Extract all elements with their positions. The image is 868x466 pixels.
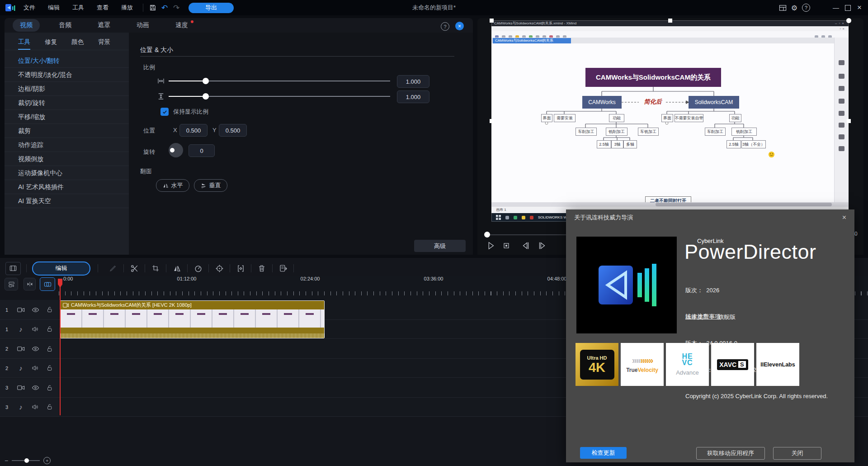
check-update-button[interactable]: 检查更新 [580, 447, 627, 459]
keyframe-icon[interactable] [233, 262, 248, 275]
flip-horizontal-button[interactable]: 水平 [156, 179, 189, 192]
selection-handle-top-left[interactable] [490, 19, 494, 23]
selection-handle-left[interactable] [490, 119, 494, 123]
keep-ratio-checkbox[interactable] [160, 108, 169, 116]
help-icon[interactable]: ? [800, 2, 812, 14]
track-mute-icon[interactable] [28, 365, 42, 371]
track-mute-icon[interactable] [28, 404, 42, 410]
tab-audio[interactable]: 音频 [52, 19, 79, 32]
undo-icon[interactable]: ↶ [159, 2, 170, 14]
track-visibility-icon[interactable] [28, 307, 42, 313]
tab-mask[interactable]: 遮罩 [90, 19, 118, 32]
split-scissors-icon[interactable] [127, 262, 142, 275]
selection-handle-top-right[interactable] [846, 18, 851, 23]
rotate-value-input[interactable]: 0 [189, 144, 215, 157]
track-lock-icon[interactable] [42, 365, 57, 371]
edit-mode-button[interactable]: 编辑 [32, 262, 90, 276]
menu-play[interactable]: 播放 [115, 4, 139, 12]
rotate-knob[interactable] [169, 143, 183, 157]
redo-icon[interactable]: ↷ [170, 2, 182, 14]
track-manager-button[interactable] [5, 278, 18, 290]
track-lock-icon[interactable] [42, 306, 57, 313]
save-icon[interactable] [147, 2, 159, 14]
panel-help-icon[interactable]: ? [441, 22, 449, 31]
width-scale-slider[interactable] [169, 81, 390, 81]
subtab-color[interactable]: 颜色 [71, 38, 84, 50]
preview-video[interactable]: CAMWorks与SolidworksCAM的关系.xmind - XMind … [491, 20, 849, 222]
close-dialog-button[interactable]: 关闭 [773, 447, 821, 460]
previous-frame-button[interactable] [521, 241, 531, 251]
audio-track-icon[interactable]: ♪ [14, 325, 28, 333]
audio-track-icon[interactable]: ♪ [14, 403, 28, 411]
settings-gear-icon[interactable]: ⚙ [788, 2, 800, 14]
sidebar-item-pan-zoom[interactable]: 平移/缩放 [5, 110, 129, 124]
motion-track-icon[interactable] [212, 262, 227, 275]
track-lock-icon[interactable] [42, 346, 57, 352]
height-scale-value[interactable]: 1.000 [397, 90, 429, 103]
track-visibility-icon[interactable] [28, 346, 42, 352]
overlap-mode-button[interactable] [40, 277, 55, 291]
video-track-icon[interactable] [14, 346, 28, 352]
selection-handle-right[interactable] [847, 119, 851, 123]
subtab-fix[interactable]: 修复 [45, 38, 57, 50]
selection-handle-top-center[interactable] [668, 19, 672, 23]
audio-track-icon[interactable]: ♪ [14, 364, 28, 372]
speed-gauge-icon[interactable] [190, 262, 206, 275]
zoom-in-icon[interactable]: + [43, 457, 51, 464]
play-button[interactable] [486, 241, 495, 251]
menu-edit[interactable]: 编辑 [42, 4, 66, 12]
sidebar-item-ai-sky[interactable]: AI 置换天空 [5, 194, 129, 208]
tab-video[interactable]: 视频 [13, 19, 40, 32]
menu-view[interactable]: 查看 [90, 4, 115, 12]
track-lock-icon[interactable] [42, 385, 57, 391]
width-scale-value[interactable]: 1.000 [397, 75, 429, 88]
get-mobile-app-button[interactable]: 获取移动应用程序 [696, 447, 765, 460]
subtab-tools[interactable]: 工具 [18, 38, 30, 50]
x-value-input[interactable]: 0.500 [179, 124, 208, 137]
sidebar-item-action-camera[interactable]: 运动摄像机中心 [5, 166, 129, 180]
zoom-out-icon[interactable]: − [5, 457, 8, 464]
legal-notice-link[interactable]: 法律注意事项 [685, 313, 721, 321]
flip-vertical-button[interactable]: 垂直 [194, 179, 227, 192]
next-frame-button[interactable] [537, 241, 547, 251]
tab-animation[interactable]: 动画 [129, 19, 156, 32]
subtab-background[interactable]: 背景 [98, 38, 110, 50]
sidebar-item-video-reverse[interactable]: 视频倒放 [5, 152, 129, 166]
sidebar-item-crop-rotate[interactable]: 裁切/旋转 [5, 96, 129, 110]
sidebar-item-position-size-flip[interactable]: 位置/大小/翻转 [5, 54, 129, 68]
flip-icon[interactable] [169, 262, 184, 275]
dialog-close-icon[interactable]: × [842, 214, 846, 222]
timeline-zoom-slider[interactable] [12, 460, 40, 461]
produce-queue-icon[interactable] [275, 262, 291, 275]
track-visibility-icon[interactable] [28, 385, 42, 391]
playhead-line[interactable] [60, 279, 61, 415]
track-lock-icon[interactable] [42, 404, 57, 410]
menu-tools[interactable]: 工具 [66, 4, 90, 12]
window-restore-button[interactable] [842, 2, 854, 14]
height-scale-slider[interactable] [169, 96, 390, 97]
timeline-zoom-handle[interactable] [24, 458, 29, 463]
track-mute-icon[interactable] [28, 326, 42, 333]
video-track-icon[interactable] [14, 385, 28, 391]
tab-speed[interactable]: 速度 [168, 19, 195, 32]
snap-toggle-button[interactable] [24, 278, 36, 290]
sidebar-item-border-shadow[interactable]: 边框/阴影 [5, 82, 129, 96]
sidebar-item-opacity-fade-blend[interactable]: 不透明度/淡化/混合 [5, 68, 129, 82]
crop-rotate-icon[interactable] [148, 262, 163, 275]
sidebar-item-trim[interactable]: 裁剪 [5, 124, 129, 138]
app-logo-icon[interactable] [5, 3, 17, 12]
export-button[interactable]: 导出 [189, 3, 234, 13]
layout-icon[interactable] [777, 2, 788, 14]
video-track-icon[interactable] [14, 307, 28, 313]
storyboard-view-button[interactable] [5, 262, 21, 275]
stop-button[interactable] [502, 241, 511, 250]
track-lock-icon[interactable] [42, 326, 57, 333]
menu-file[interactable]: 文件 [17, 4, 42, 12]
height-scale-slider-handle[interactable] [203, 93, 209, 100]
y-value-input[interactable]: 0.500 [219, 124, 247, 137]
advanced-button[interactable]: 高级 [414, 240, 466, 252]
window-close-button[interactable]: × [854, 2, 865, 14]
window-minimize-button[interactable]: — [830, 2, 842, 14]
sidebar-item-motion-track[interactable]: 动作追踪 [5, 138, 129, 152]
seek-handle[interactable] [484, 232, 490, 238]
